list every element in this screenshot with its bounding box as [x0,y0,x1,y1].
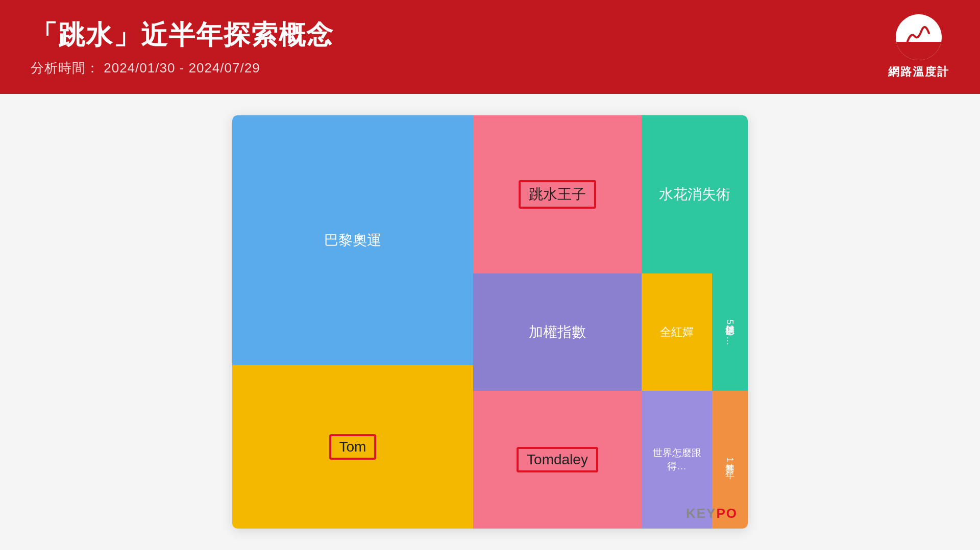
tom-highlight-box: Tom [329,434,377,460]
tomdaley-highlight-box: Tomdaley [517,447,598,472]
watermark-po: PO [716,506,738,521]
header: 「跳水」近半年探索概念 分析時間： 2024/01/30 - 2024/07/2… [0,0,980,94]
cell-diving-prince-label: 跳水王子 [529,186,586,202]
logo-svg [903,22,934,53]
cell-water-technique-label: 水花消失術 [659,185,730,204]
cell-tom-label: Tom [339,439,366,455]
cell-tomdaley[interactable]: Tomdaley [473,391,642,529]
watermark-key: KEY [686,506,716,521]
cell-water-technique[interactable]: 水花消失術 [642,115,748,273]
subtitle-label: 分析時間： [31,60,100,76]
cell-paris-label: 巴黎奧運 [324,231,381,250]
logo-circle [896,14,942,60]
cell-weighted-index-label: 加權指數 [529,322,586,342]
page-title: 「跳水」近半年探索概念 [31,17,334,53]
logo-container: 網路溫度計 [888,14,949,80]
cell-world-label: 世界怎麼跟得… [642,442,712,477]
cell-tomdaley-label: Tomdaley [527,452,588,467]
diving-prince-highlight-box: 跳水王子 [519,180,596,209]
main-content: 巴黎奧運 Tom 跳水王子 水花消失術 加權指數 [0,94,980,550]
cell-lai-label: 賴清德520… [724,318,736,346]
cell-lai[interactable]: 賴清德520… [712,273,748,391]
header-left: 「跳水」近半年探索概念 分析時間： 2024/01/30 - 2024/07/2… [31,17,334,77]
date-range: 分析時間： 2024/01/30 - 2024/07/29 [31,59,334,77]
cell-ban-label: 禁賽1年 [724,456,736,463]
watermark: KEYPO [686,506,738,521]
cell-tom[interactable]: Tom [232,365,473,529]
cell-quan-label: 全紅嬋 [660,324,694,340]
treemap: 巴黎奧運 Tom 跳水王子 水花消失術 加權指數 [232,115,748,529]
logo-text: 網路溫度計 [888,64,949,80]
page-container: 「跳水」近半年探索概念 分析時間： 2024/01/30 - 2024/07/2… [0,0,980,550]
cell-weighted-index[interactable]: 加權指數 [473,273,642,391]
cell-quan[interactable]: 全紅嬋 [642,273,712,391]
cell-diving-prince[interactable]: 跳水王子 [473,115,642,273]
cell-paris[interactable]: 巴黎奧運 [232,115,473,365]
date-range-value: 2024/01/30 - 2024/07/29 [104,60,260,76]
